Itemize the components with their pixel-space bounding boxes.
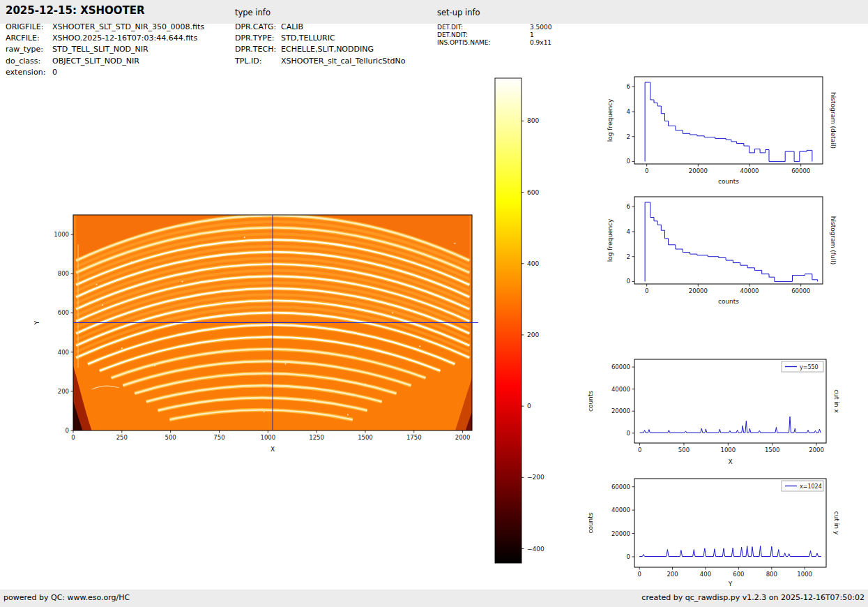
svg-text:6: 6 xyxy=(627,83,630,90)
svg-text:0: 0 xyxy=(627,553,630,560)
meta-ins-opti5: INS.OPTI5.NAME:0.9x11 xyxy=(437,38,584,46)
svg-text:500: 500 xyxy=(678,447,690,454)
svg-text:600: 600 xyxy=(733,571,744,578)
footer-bar: powered by QC: www.eso.org/HC created by… xyxy=(0,590,868,607)
meta-label: TPL.ID: xyxy=(235,57,281,66)
meta-do-class: do_class:OBJECT_SLIT_NOD_NIR xyxy=(6,55,232,66)
svg-text:0: 0 xyxy=(645,287,648,294)
svg-text:1000: 1000 xyxy=(260,434,275,441)
svg-text:800: 800 xyxy=(58,270,69,277)
svg-text:60000: 60000 xyxy=(611,484,630,490)
setup-info-block: DET.DIT:3.5000 DET.NDIT:1 INS.OPTI5.NAME… xyxy=(437,23,584,46)
svg-text:60000: 60000 xyxy=(791,167,810,174)
svg-text:200: 200 xyxy=(527,331,539,338)
svg-text:4: 4 xyxy=(627,108,630,115)
svg-text:500: 500 xyxy=(165,434,176,441)
svg-text:60000: 60000 xyxy=(791,287,810,294)
svg-text:750: 750 xyxy=(213,434,224,441)
meta-value: XSHOOTER_SLT_STD_NIR_350_0008.fits xyxy=(52,22,204,31)
svg-text:20000: 20000 xyxy=(611,407,630,414)
meta-label: DET.NDIT: xyxy=(437,31,530,38)
svg-text:0: 0 xyxy=(627,158,630,165)
svg-text:histogram (full): histogram (full) xyxy=(830,216,837,264)
svg-text:X: X xyxy=(271,446,275,453)
svg-text:0: 0 xyxy=(66,427,69,434)
svg-text:y=550: y=550 xyxy=(800,364,818,370)
svg-text:0: 0 xyxy=(637,571,641,578)
svg-text:400: 400 xyxy=(700,571,711,578)
svg-text:0: 0 xyxy=(638,447,641,454)
svg-text:−400: −400 xyxy=(527,546,545,553)
svg-text:1000: 1000 xyxy=(54,231,69,238)
svg-text:histogram (detail): histogram (detail) xyxy=(830,92,837,149)
svg-text:2000: 2000 xyxy=(809,447,824,454)
svg-text:counts: counts xyxy=(587,391,594,412)
meta-value: CALIB xyxy=(281,22,303,31)
svg-text:Y: Y xyxy=(33,320,40,325)
svg-text:250: 250 xyxy=(116,434,128,441)
meta-label: DPR.CATG: xyxy=(235,22,281,31)
svg-text:400: 400 xyxy=(527,260,539,267)
meta-label: ARCFILE: xyxy=(6,33,52,43)
header-bar: 2025-12-15: XSHOOTER type info set-up in… xyxy=(0,0,868,24)
meta-tpl-id: TPL.ID:XSHOOTER_slt_cal_TelluricStdNo xyxy=(235,55,437,66)
svg-text:2000: 2000 xyxy=(455,434,471,441)
svg-text:1750: 1750 xyxy=(406,434,422,441)
svg-text:0: 0 xyxy=(627,278,630,285)
file-info-block: ORIGFILE:XSHOOTER_SLT_STD_NIR_350_0008.f… xyxy=(6,21,232,78)
cut-in-x-plot: 05001000150020000200004000060000Xcountsc… xyxy=(584,352,863,474)
meta-value: ECHELLE,SLIT,NODDING xyxy=(281,45,374,54)
type-info-heading: type info xyxy=(235,8,271,17)
histogram-detail-plot: 02000040000600000246countslog frequencyh… xyxy=(600,70,861,195)
svg-text:400: 400 xyxy=(58,349,69,356)
svg-text:2: 2 xyxy=(627,133,630,140)
svg-text:40000: 40000 xyxy=(611,507,630,514)
svg-text:600: 600 xyxy=(58,309,69,316)
colorbar: 8006004002000−200−400 xyxy=(494,75,549,568)
svg-text:40000: 40000 xyxy=(611,386,630,393)
cut-in-y-plot: 020040060080010000200004000060000Ycounts… xyxy=(584,473,863,593)
svg-text:0: 0 xyxy=(71,434,75,441)
svg-text:1000: 1000 xyxy=(721,447,736,454)
meta-value: STD,TELLURIC xyxy=(281,33,335,43)
histogram-full-plot: 02000040000600000246countslog frequencyh… xyxy=(600,190,861,315)
svg-text:cut in y: cut in y xyxy=(833,511,840,535)
svg-text:200: 200 xyxy=(58,388,69,395)
meta-value: 0 xyxy=(52,68,57,77)
page-title: 2025-12-15: XSHOOTER xyxy=(6,4,145,17)
meta-det-ndit: DET.NDIT:1 xyxy=(437,31,584,38)
svg-text:log frequency: log frequency xyxy=(607,218,614,262)
setup-info-heading: set-up info xyxy=(437,8,480,17)
svg-text:1000: 1000 xyxy=(797,571,812,578)
meta-value: XSHOO.2025-12-16T07:03:44.644.fits xyxy=(52,33,197,43)
svg-text:counts: counts xyxy=(718,178,739,185)
raw-image-plot: 0250500750100012501500175020000200400600… xyxy=(28,208,488,465)
svg-text:200: 200 xyxy=(667,571,678,578)
svg-text:0: 0 xyxy=(645,167,648,174)
meta-value: 1 xyxy=(530,31,534,38)
svg-text:0: 0 xyxy=(527,403,531,410)
svg-text:20000: 20000 xyxy=(611,530,630,537)
meta-det-dit: DET.DIT:3.5000 xyxy=(437,23,584,31)
meta-label: raw_type: xyxy=(6,45,52,54)
meta-raw-type: raw_type:STD_TELL_SLIT_NOD_NIR xyxy=(6,44,232,55)
meta-value: 0.9x11 xyxy=(530,39,551,46)
meta-label: extension: xyxy=(6,68,52,77)
meta-extension: extension:0 xyxy=(6,67,232,78)
footer-right-text: created by qc_rawdisp.py v1.2.3 on 2025-… xyxy=(641,593,865,602)
svg-text:log frequency: log frequency xyxy=(607,98,614,142)
svg-text:−200: −200 xyxy=(527,474,545,481)
svg-text:4: 4 xyxy=(627,228,630,235)
svg-text:40000: 40000 xyxy=(740,167,759,174)
meta-label: do_class: xyxy=(6,57,52,66)
meta-dpr-catg: DPR.CATG:CALIB xyxy=(235,21,437,32)
meta-value: OBJECT_SLIT_NOD_NIR xyxy=(52,57,139,66)
svg-text:0: 0 xyxy=(627,430,630,437)
meta-label: DPR.TECH: xyxy=(235,45,281,54)
meta-dpr-tech: DPR.TECH:ECHELLE,SLIT,NODDING xyxy=(235,44,437,55)
type-info-block: DPR.CATG:CALIB DPR.TYPE:STD,TELLURIC DPR… xyxy=(235,21,437,67)
svg-text:1250: 1250 xyxy=(309,434,324,441)
meta-value: STD_TELL_SLIT_NOD_NIR xyxy=(52,45,149,54)
footer-left-text: powered by QC: www.eso.org/HC xyxy=(3,593,130,602)
meta-value: XSHOOTER_slt_cal_TelluricStdNo xyxy=(281,57,405,66)
